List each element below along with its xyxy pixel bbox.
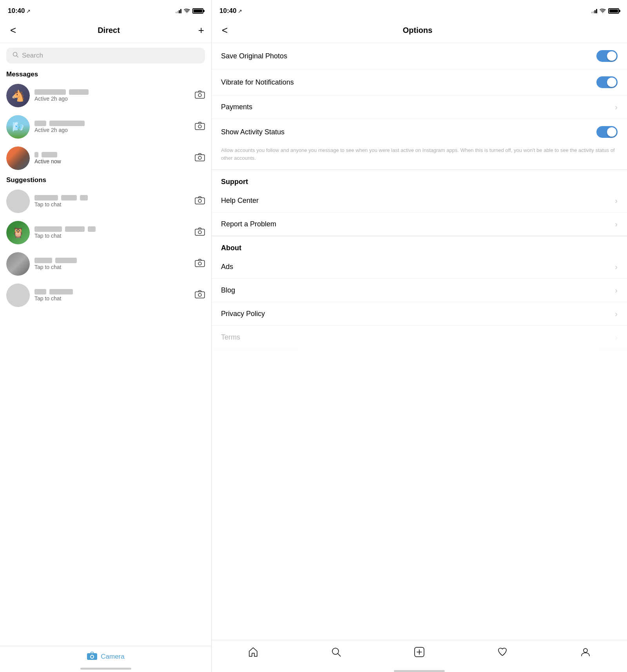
status-icons-right bbox=[591, 8, 619, 14]
help-center-row[interactable]: Help Center › bbox=[212, 189, 627, 213]
back-button-left[interactable]: < bbox=[7, 23, 19, 38]
svg-point-10 bbox=[198, 199, 201, 202]
nav-add-button[interactable] bbox=[408, 645, 431, 659]
message-status: Tap to chat bbox=[34, 264, 190, 270]
suggestion-item[interactable]: 🦉 Tap to chat bbox=[0, 217, 211, 248]
payments-label: Payments bbox=[221, 103, 252, 111]
terms-row[interactable]: Terms › bbox=[212, 326, 627, 349]
chevron-icon: › bbox=[615, 309, 618, 318]
search-box[interactable]: Search bbox=[6, 48, 205, 63]
search-icon-nav bbox=[331, 647, 342, 658]
message-status-active: Active now bbox=[34, 158, 190, 164]
svg-line-2 bbox=[17, 56, 18, 58]
messages-section-header: Messages bbox=[0, 68, 211, 80]
heart-icon bbox=[497, 647, 508, 658]
status-icons-left bbox=[176, 8, 203, 14]
ads-row[interactable]: Ads › bbox=[212, 255, 627, 279]
report-problem-label: Report a Problem bbox=[221, 220, 276, 228]
svg-point-4 bbox=[198, 94, 201, 97]
camera-button[interactable] bbox=[195, 153, 205, 164]
left-panel: 10:40 ↗ < Direct + bbox=[0, 0, 212, 672]
suggestion-item[interactable]: Tap to chat bbox=[0, 186, 211, 217]
vibrate-label: Vibrate for Notifications bbox=[221, 78, 294, 87]
home-bar-right bbox=[394, 670, 445, 672]
nav-search-button[interactable] bbox=[324, 645, 348, 659]
message-info: Active now bbox=[34, 152, 190, 164]
nav-likes-button[interactable] bbox=[491, 645, 514, 659]
svg-point-14 bbox=[198, 262, 201, 265]
camera-button[interactable] bbox=[195, 227, 205, 238]
message-status: Active 2h ago bbox=[34, 96, 190, 102]
svg-rect-11 bbox=[195, 229, 205, 235]
chevron-icon: › bbox=[615, 103, 618, 112]
save-photos-row[interactable]: Save Original Photos bbox=[212, 43, 627, 69]
signal-icon-right bbox=[591, 9, 597, 13]
add-button[interactable]: + bbox=[198, 24, 204, 36]
nav-home-button[interactable] bbox=[241, 645, 265, 659]
svg-rect-15 bbox=[195, 292, 205, 298]
time-right: 10:40 ↗ bbox=[219, 7, 242, 15]
avatar bbox=[6, 190, 30, 213]
camera-button[interactable] bbox=[195, 121, 205, 132]
camera-button[interactable] bbox=[195, 196, 205, 207]
privacy-policy-row[interactable]: Privacy Policy › bbox=[212, 302, 627, 326]
camera-nav-button[interactable]: Camera bbox=[87, 651, 124, 663]
svg-point-26 bbox=[584, 649, 587, 652]
chevron-icon: › bbox=[615, 286, 618, 295]
suggestion-item[interactable]: Tap to chat bbox=[0, 280, 211, 311]
chevron-icon: › bbox=[615, 196, 618, 205]
message-item[interactable]: 🌬️ Active 2h ago bbox=[0, 111, 211, 143]
message-name bbox=[34, 289, 190, 294]
home-bar bbox=[80, 668, 131, 670]
location-arrow-icon: ↗ bbox=[26, 8, 31, 14]
bottom-nav-right bbox=[212, 640, 627, 672]
page-title-right: Options bbox=[403, 26, 433, 35]
ads-label: Ads bbox=[221, 263, 233, 271]
chevron-icon: › bbox=[615, 220, 618, 229]
message-name bbox=[34, 195, 190, 201]
save-photos-label: Save Original Photos bbox=[221, 52, 287, 60]
header-right: < Options bbox=[212, 20, 627, 43]
message-info: Active 2h ago bbox=[34, 89, 190, 102]
svg-point-16 bbox=[198, 293, 201, 296]
camera-button[interactable] bbox=[195, 290, 205, 301]
svg-rect-7 bbox=[195, 155, 205, 161]
avatar bbox=[6, 284, 30, 307]
wifi-icon bbox=[184, 8, 190, 14]
payments-row[interactable]: Payments › bbox=[212, 96, 627, 119]
time-left: 10:40 ↗ bbox=[8, 7, 31, 15]
camera-button[interactable] bbox=[195, 258, 205, 269]
profile-icon bbox=[580, 647, 591, 658]
vibrate-toggle[interactable] bbox=[596, 76, 618, 88]
bottom-nav-left: Camera bbox=[0, 646, 211, 672]
suggestion-item[interactable]: Tap to chat bbox=[0, 248, 211, 280]
svg-point-8 bbox=[198, 156, 201, 159]
suggestions-section-header: Suggestions bbox=[0, 174, 211, 186]
nav-profile-button[interactable] bbox=[574, 645, 597, 659]
svg-line-22 bbox=[338, 654, 341, 656]
svg-rect-3 bbox=[195, 92, 205, 98]
message-item[interactable]: Active now bbox=[0, 143, 211, 174]
svg-point-6 bbox=[198, 125, 201, 128]
privacy-policy-label: Privacy Policy bbox=[221, 310, 265, 318]
blog-row[interactable]: Blog › bbox=[212, 279, 627, 302]
vibrate-row[interactable]: Vibrate for Notifications bbox=[212, 69, 627, 96]
svg-rect-9 bbox=[195, 198, 205, 204]
add-icon bbox=[414, 647, 425, 658]
show-activity-toggle[interactable] bbox=[596, 126, 618, 138]
save-photos-toggle[interactable] bbox=[596, 50, 618, 62]
back-button-right[interactable]: < bbox=[219, 23, 231, 38]
options-list: Save Original Photos Vibrate for Notific… bbox=[212, 43, 627, 640]
report-problem-row[interactable]: Report a Problem › bbox=[212, 213, 627, 236]
message-item[interactable]: 🐴 Active 2h ago bbox=[0, 80, 211, 111]
message-info: Tap to chat bbox=[34, 258, 190, 270]
show-activity-row[interactable]: Show Activity Status bbox=[212, 119, 627, 145]
camera-nav-icon bbox=[87, 651, 98, 663]
camera-button[interactable] bbox=[195, 90, 205, 101]
right-panel: 10:40 ↗ < Options bbox=[212, 0, 627, 672]
search-container: Search bbox=[0, 43, 211, 68]
avatar: 🌬️ bbox=[6, 115, 30, 139]
message-status: Tap to chat bbox=[34, 201, 190, 208]
blog-label: Blog bbox=[221, 286, 235, 294]
chevron-icon: › bbox=[615, 262, 618, 271]
